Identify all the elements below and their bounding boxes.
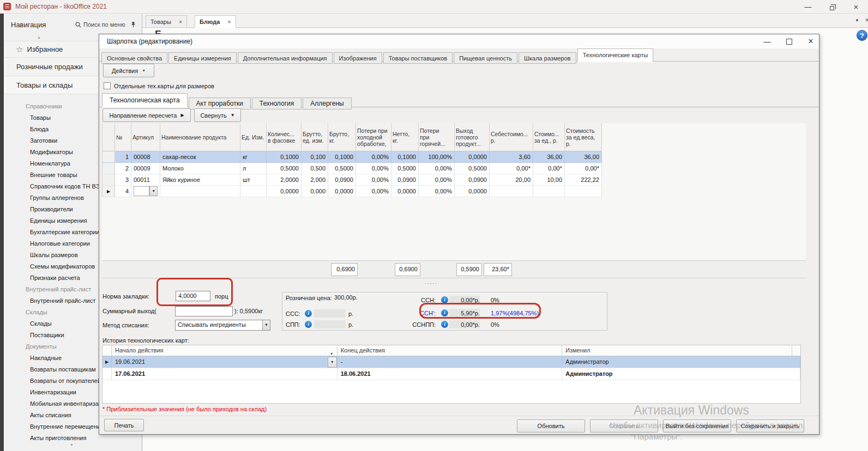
cell[interactable]: 0,00% xyxy=(356,151,391,163)
history-user-cell[interactable]: Администратор xyxy=(562,368,800,380)
exit-without-save-button[interactable]: Выйти без сохранения xyxy=(663,419,731,432)
document-tab-2[interactable]: Блюда× xyxy=(195,15,236,28)
history-row[interactable]: ▶19.06.2021▼-Администратор xyxy=(103,356,800,368)
info-icon[interactable]: i xyxy=(305,310,312,317)
collapse-arrow-icon[interactable]: ▲ xyxy=(37,35,41,39)
cell[interactable]: 0,00% xyxy=(356,163,391,174)
column-header[interactable]: Потери при холодной обработке, xyxy=(356,123,391,151)
save-and-close-button[interactable]: Сохранить и закрыть xyxy=(736,419,804,432)
cell[interactable]: шт xyxy=(240,174,267,186)
cell[interactable] xyxy=(240,186,267,197)
print-button[interactable]: Печать xyxy=(104,419,144,431)
column-header[interactable]: Стоимо... за ед., р. xyxy=(533,123,565,151)
dialog-close-button[interactable]: × xyxy=(807,36,815,46)
cell[interactable]: 0,00% xyxy=(419,186,455,197)
cell[interactable]: 36,00 xyxy=(533,151,565,163)
menu-search[interactable]: Поиск по меню xyxy=(75,21,136,28)
history-user-cell[interactable]: Администратор xyxy=(562,356,800,368)
history-start-cell[interactable]: 17.06.2021 xyxy=(112,368,337,380)
dialog-maximize-button[interactable] xyxy=(785,38,793,46)
dialog-tab-6[interactable]: Пищевая ценность xyxy=(454,52,517,64)
column-header[interactable]: Количес... в фасовке xyxy=(267,123,302,151)
refresh-button[interactable]: Обновить xyxy=(517,419,585,432)
cell[interactable]: 0,00% xyxy=(419,174,455,186)
subtab-4[interactable]: Аллергены xyxy=(303,97,351,109)
cell[interactable] xyxy=(533,186,565,197)
dialog-tab-5[interactable]: Товары поставщиков xyxy=(383,52,453,64)
history-column-header[interactable]: Конец действия xyxy=(337,345,563,356)
column-header[interactable]: Брутто, ед. изм. xyxy=(302,123,328,151)
history-start-cell[interactable]: 19.06.2021▼ xyxy=(112,356,337,368)
cell[interactable]: 0,100 xyxy=(302,151,328,163)
cell[interactable]: 00011 xyxy=(131,174,160,186)
method-select[interactable]: Списывать ингредиенты ▼ xyxy=(175,320,270,331)
close-tab-icon[interactable]: × xyxy=(179,19,182,25)
info-icon[interactable]: i xyxy=(305,321,312,328)
cell[interactable]: 0,0900 xyxy=(391,174,419,186)
cell[interactable]: 00008 xyxy=(131,151,160,163)
dialog-tab-4[interactable]: Изображения xyxy=(334,52,382,64)
cell[interactable]: 222,22 xyxy=(565,174,602,186)
cell[interactable]: 0,00% xyxy=(356,174,391,186)
save-button[interactable]: Сохранить xyxy=(590,419,658,432)
collapse-button[interactable]: Свернуть▼ xyxy=(194,108,241,122)
ingredient-row[interactable]: 200009Молокол0,50000,5000,50000,00%0,500… xyxy=(102,163,602,174)
minimize-button[interactable]: — xyxy=(796,3,820,11)
cell[interactable]: 0,000 xyxy=(302,186,328,197)
column-header[interactable]: Наименование продукта xyxy=(160,123,240,151)
cell[interactable]: 0,00% xyxy=(419,163,455,174)
cell[interactable]: ▼ xyxy=(131,186,160,197)
ingredient-row[interactable]: ▶4▼0,00000,0000,00000,00%0,00000,00%0,00… xyxy=(102,186,602,197)
sum-input[interactable] xyxy=(175,306,233,316)
cell[interactable]: Яйко куриное xyxy=(160,174,240,186)
cell[interactable]: 10,00 xyxy=(533,174,565,186)
column-header[interactable]: Выход готового продукт... xyxy=(455,123,490,151)
cell[interactable]: сахар-песок xyxy=(160,151,240,163)
recalc-direction-button[interactable]: Направление пересчета▶ xyxy=(103,108,191,122)
cell[interactable]: 0,0000 xyxy=(267,186,302,197)
document-tab-1[interactable]: Товары× xyxy=(146,15,187,28)
cell[interactable]: 0,1000 xyxy=(328,151,356,163)
article-editor-dropdown[interactable]: ▼ xyxy=(149,186,158,196)
cell[interactable] xyxy=(565,186,602,197)
cell[interactable]: 0,0900 xyxy=(328,174,356,186)
cell[interactable]: 0,1000 xyxy=(267,151,302,163)
scroll-down-icon[interactable]: ▼ xyxy=(70,443,74,447)
maximize-button[interactable] xyxy=(820,3,844,11)
column-header[interactable]: № xyxy=(115,123,131,151)
column-header[interactable]: Брутто, кг. xyxy=(328,123,356,151)
column-header[interactable]: Стоимость за ед.веса, р. xyxy=(565,123,602,151)
cell[interactable] xyxy=(160,186,240,197)
history-row[interactable]: 17.06.202118.06.2021Администратор xyxy=(103,368,800,380)
cell[interactable]: 0,5000 xyxy=(267,163,302,174)
column-header[interactable]: Нетто, кг. xyxy=(391,123,419,151)
dialog-tab-2[interactable]: Единицы измерения xyxy=(168,52,237,64)
cell[interactable]: 0,5000 xyxy=(328,163,356,174)
cell[interactable]: 0,5000 xyxy=(391,163,419,174)
cell[interactable]: 0,0900 xyxy=(455,174,490,186)
column-header[interactable]: Потери при горячей... xyxy=(419,123,455,151)
cell[interactable]: кг xyxy=(240,151,267,163)
close-tab-icon[interactable]: × xyxy=(227,19,231,25)
cell[interactable]: 0,1000 xyxy=(391,151,419,163)
ingredient-row[interactable]: 100008сахар-песоккг0,10000,1000,10000,00… xyxy=(102,151,602,163)
cell[interactable]: Молоко xyxy=(160,163,240,174)
subtab-1[interactable]: Технологическая карта xyxy=(102,93,188,107)
splitter-grip[interactable]: ····· xyxy=(425,280,437,287)
cell[interactable]: 2,0000 xyxy=(267,174,302,186)
ingredient-row[interactable]: 300011Яйко куриноешт2,00002,0000,09000,0… xyxy=(102,174,602,186)
dialog-tab-7[interactable]: Шкала размеров xyxy=(519,52,576,64)
cell[interactable]: 2,000 xyxy=(302,174,328,186)
cell[interactable]: 0,00* xyxy=(565,163,602,174)
history-column-header[interactable]: Начало действия▼ xyxy=(112,345,337,356)
separate-cards-checkbox[interactable]: Отдельные тех.карты для размеров xyxy=(104,82,214,89)
cell[interactable]: 0,0000 xyxy=(328,186,356,197)
pin-icon[interactable] xyxy=(131,21,136,28)
cell[interactable]: 0,500 xyxy=(302,163,328,174)
subtab-3[interactable]: Технология xyxy=(252,97,302,109)
dialog-minimize-button[interactable]: — xyxy=(763,38,771,46)
column-header[interactable]: Артикул xyxy=(131,123,160,151)
dialog-tab-3[interactable]: Дополнительная информация xyxy=(238,52,333,64)
close-button[interactable]: × xyxy=(844,2,868,11)
dialog-tab-1[interactable]: Основные свойства xyxy=(101,52,167,64)
